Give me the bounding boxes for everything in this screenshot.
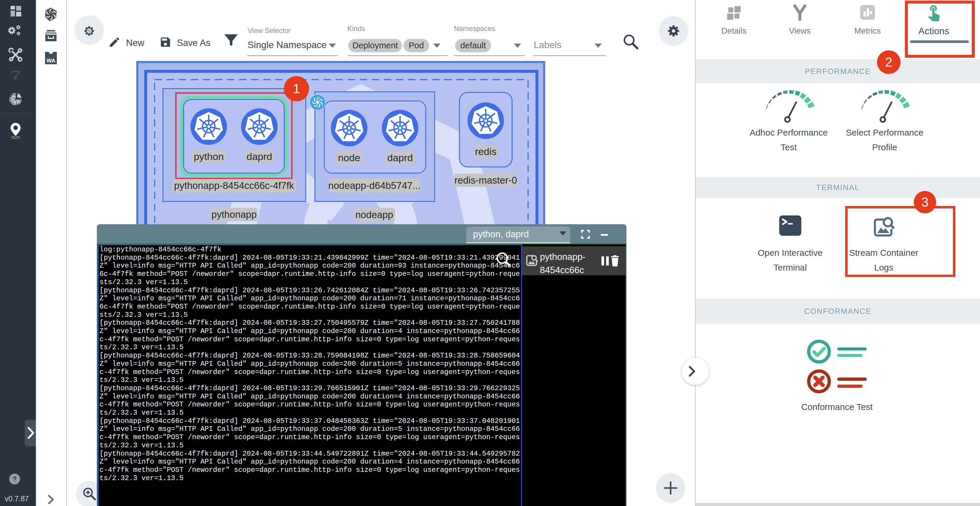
svg-text:?: ? <box>12 475 17 483</box>
